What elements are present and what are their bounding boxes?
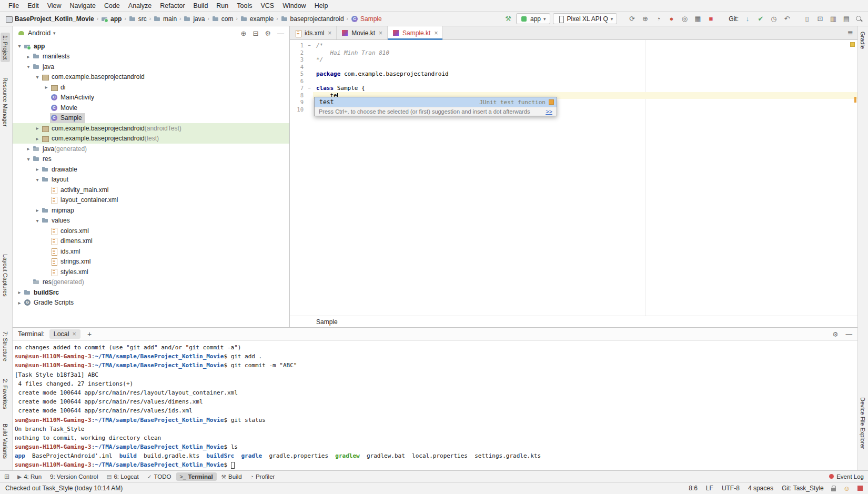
code-line[interactable]: 4 — [290, 64, 857, 71]
menu-analyze[interactable]: Analyze — [124, 2, 156, 9]
tool-button-4-run[interactable]: ▶4: Run — [14, 472, 45, 481]
memory-indicator-icon[interactable] — [857, 486, 863, 491]
tree-row-dimens-xml[interactable]: dimens.xml — [13, 236, 289, 247]
tool-button-9-version-control[interactable]: 9: Version Control — [46, 472, 102, 481]
profiler-icon[interactable]: ◔ — [653, 14, 663, 24]
tree-row-manifests[interactable]: ▸manifests — [13, 52, 289, 62]
device-manager-icon[interactable]: ▯ — [802, 14, 812, 24]
layout-inspector-icon[interactable]: ▤ — [841, 14, 852, 24]
menu-window[interactable]: Window — [278, 2, 310, 9]
tree-row-colors-xml[interactable]: colors.xml — [13, 226, 289, 236]
status-4-spaces[interactable]: 4 spaces — [748, 485, 773, 492]
tree-row-com-example-baseprojectandroid[interactable]: ▸com.example.baseprojectandroid (android… — [13, 123, 289, 134]
close-tab-icon[interactable]: × — [73, 330, 76, 338]
menu-navigate[interactable]: Navigate — [66, 2, 100, 9]
tool-button-resource-manager[interactable]: Resource Manager — [1, 75, 10, 129]
breadcrumb-item-main[interactable]: main — [153, 15, 178, 23]
menu-refactor[interactable]: Refactor — [156, 2, 189, 9]
code-line[interactable]: 6 — [290, 78, 857, 85]
status-git-task-style[interactable]: Git: Task_Style — [782, 485, 824, 492]
close-tab-icon[interactable]: × — [379, 29, 382, 37]
stop-icon[interactable]: ■ — [705, 14, 716, 24]
hide-panel-icon[interactable]: — — [277, 29, 284, 37]
hint-more-link[interactable]: >> — [546, 108, 552, 115]
menu-code[interactable]: Code — [100, 2, 124, 9]
error-stripe-mark[interactable] — [854, 97, 856, 103]
tool-button-1-project[interactable]: 1: Project — [1, 33, 10, 62]
menu-run[interactable]: Run — [212, 2, 233, 9]
menu-help[interactable]: Help — [310, 2, 332, 9]
tool-button-7-structure[interactable]: 7: Structure — [1, 329, 10, 364]
tree-row-movie[interactable]: Movie — [13, 103, 289, 113]
code-line[interactable]: 1−/* — [290, 42, 857, 49]
commit-icon[interactable]: ✔ — [755, 14, 766, 24]
menu-edit[interactable]: Edit — [23, 2, 43, 9]
avd-manager-icon[interactable]: ▥ — [828, 14, 839, 24]
device-select[interactable]: Pixel XL API Q▾ — [553, 13, 618, 24]
collapse-all-icon[interactable]: ⊟ — [253, 29, 258, 37]
tree-row-com-example-baseprojectandroid[interactable]: ▾com.example.baseprojectandroid — [13, 72, 289, 83]
tool-button-gradle[interactable]: Gradle — [858, 29, 867, 52]
terminal-tab-local[interactable]: Local × — [49, 329, 80, 339]
debug-icon[interactable]: ● — [666, 14, 677, 24]
tree-row-res[interactable]: ▾res — [13, 154, 289, 165]
tree-row-buildsrc[interactable]: ▸buildSrc — [13, 287, 289, 298]
tree-row-java[interactable]: ▸java (generated) — [13, 144, 289, 154]
tab-sample-kt[interactable]: Sample.kt× — [388, 26, 443, 39]
rollback-icon[interactable]: ↶ — [782, 14, 792, 24]
apk-analyzer-icon[interactable]: ▦ — [692, 14, 703, 24]
tool-button-todo[interactable]: ✓TODO — [144, 472, 175, 481]
tab-movie-kt[interactable]: Movie.kt× — [337, 26, 388, 39]
locate-file-icon[interactable]: ⊕ — [241, 29, 247, 37]
tree-row-mipmap[interactable]: ▸mipmap — [13, 205, 289, 216]
tool-button-build[interactable]: ⚒Build — [218, 472, 246, 481]
hide-panel-icon[interactable]: — — [846, 330, 853, 338]
tool-button-profiler[interactable]: ◔Profiler — [247, 472, 279, 481]
close-tab-icon[interactable]: × — [328, 29, 331, 37]
terminal-output[interactable]: no changes added to commit (use "git add… — [13, 341, 857, 470]
menu-file[interactable]: File — [4, 2, 23, 9]
coverage-icon[interactable]: ◎ — [679, 14, 690, 24]
status-lf[interactable]: LF — [706, 485, 713, 492]
tree-row-com-example-baseprojectandroid[interactable]: ▸com.example.baseprojectandroid (test) — [13, 134, 289, 144]
search-everywhere-icon[interactable] — [854, 14, 864, 24]
code-line[interactable]: 5package com.example.baseprojectandroid — [290, 70, 857, 78]
project-view-selector[interactable]: Android — [28, 29, 51, 37]
status-utf-8[interactable]: UTF-8 — [722, 485, 740, 492]
new-terminal-tab-button[interactable]: + — [85, 330, 94, 338]
event-log-button[interactable]: Event Log — [829, 473, 864, 480]
tree-row-app[interactable]: ▾app — [13, 41, 289, 52]
breadcrumb-item-src[interactable]: src — [128, 15, 148, 23]
tab-options-icon[interactable]: ≣ — [843, 29, 857, 37]
attach-debugger-icon[interactable]: ⊕ — [640, 14, 650, 24]
tree-row-drawable[interactable]: ▸drawable — [13, 164, 289, 175]
tree-row-ids-xml[interactable]: ids.xml — [13, 246, 289, 257]
code-editor[interactable]: 1−/*2 Hai Minh Tran 8103*/45package com.… — [290, 40, 857, 316]
tree-row-gradle-scripts[interactable]: ▸Gradle Scripts — [13, 298, 289, 308]
tree-row-res[interactable]: res (generated) — [13, 277, 289, 288]
breadcrumb-item-baseprojectandroid[interactable]: baseprojectandroid — [280, 15, 345, 23]
breadcrumb-item-com[interactable]: com — [211, 15, 235, 23]
tree-row-values[interactable]: ▾values — [13, 216, 289, 226]
completion-item[interactable]: test JUnit test function — [315, 97, 557, 107]
tool-button-layout-captures[interactable]: Layout Captures — [1, 251, 10, 299]
menu-build[interactable]: Build — [189, 2, 213, 9]
menu-tools[interactable]: Tools — [233, 2, 256, 9]
tree-row-di[interactable]: ▸di — [13, 82, 289, 93]
breadcrumb-item-example[interactable]: example — [239, 15, 275, 23]
tool-windows-icon[interactable]: ⊞ — [4, 473, 9, 480]
menu-view[interactable]: View — [43, 2, 66, 9]
settings-gear-icon[interactable]: ⚙ — [832, 330, 838, 338]
history-icon[interactable]: ◷ — [769, 14, 779, 24]
tree-row-java[interactable]: ▾java — [13, 62, 289, 72]
code-line[interactable]: 2 Hai Minh Tran 810 — [290, 49, 857, 57]
sync-project-icon[interactable]: ⟳ — [627, 14, 637, 24]
tab-ids-xml[interactable]: ids.xml× — [290, 26, 337, 39]
tool-button-6-logcat[interactable]: ▤6: Logcat — [103, 472, 142, 481]
feedback-smiley-icon[interactable]: ☺ — [843, 485, 850, 492]
tree-row-strings-xml[interactable]: strings.xml — [13, 257, 289, 267]
tree-row-layout-container-xml[interactable]: layout_container.xml — [13, 195, 289, 206]
tree-row-activity-main-xml[interactable]: activity_main.xml — [13, 185, 289, 195]
tree-row-mainactivity[interactable]: MainActivity — [13, 93, 289, 103]
inspection-indicator[interactable] — [850, 42, 855, 47]
